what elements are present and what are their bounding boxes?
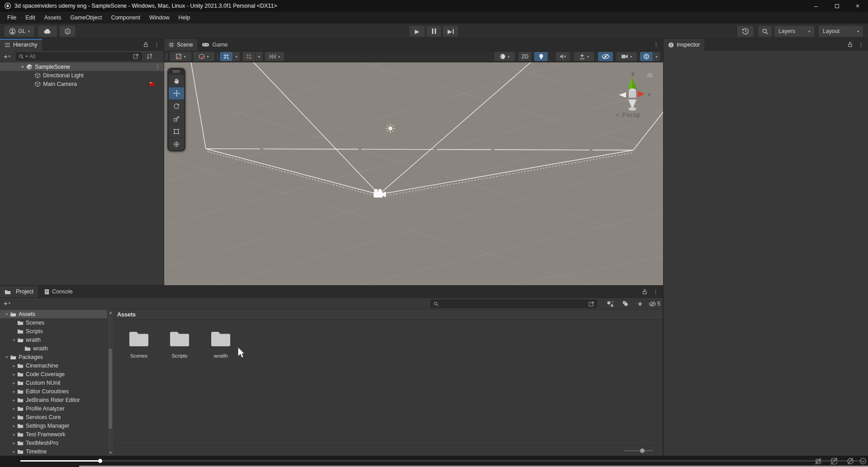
filter-by-label-button[interactable]: [620, 300, 631, 308]
tab-hierarchy[interactable]: Hierarchy: [0, 39, 42, 51]
measure-dropdown[interactable]: ▾: [265, 52, 284, 61]
toggle-2d-button[interactable]: 2D: [519, 52, 531, 61]
tab-game[interactable]: Game: [197, 39, 232, 51]
filter-by-type-button[interactable]: [604, 300, 616, 308]
tree-item-services-core[interactable]: ▸Services Core: [0, 413, 113, 421]
menu-edit[interactable]: Edit: [21, 13, 40, 22]
asset-folder-scenes[interactable]: Scenes: [118, 330, 160, 359]
cloud-services-button[interactable]: [38, 26, 57, 37]
transform-tool-button[interactable]: [169, 138, 184, 150]
tree-item-scenes[interactable]: Scenes: [0, 318, 113, 327]
tree-item-code-coverage[interactable]: ▸Code Coverage: [0, 370, 113, 378]
expand-caret-icon[interactable]: ▾: [4, 312, 10, 316]
audio-mute-toggle[interactable]: [556, 52, 570, 61]
play-button[interactable]: ▶: [409, 26, 425, 37]
tree-item-cinemachine[interactable]: ▸Cinemachine: [0, 361, 113, 370]
auto-refresh-disabled-icon[interactable]: [847, 458, 855, 465]
tree-item-timeline[interactable]: ▸Timeline: [0, 447, 113, 456]
tree-item-custom-nunit[interactable]: ▸Custom NUnit: [0, 378, 113, 387]
expand-caret-icon[interactable]: ▾: [4, 355, 10, 359]
lock-icon[interactable]: [143, 42, 148, 47]
close-button[interactable]: ×: [847, 0, 868, 12]
kebab-menu-icon[interactable]: ⋮: [858, 42, 864, 47]
tool-handle-rotation-dropdown[interactable]: ▾: [193, 52, 214, 61]
progress-track[interactable]: [100, 460, 862, 462]
scene-visibility-toggle[interactable]: [598, 52, 613, 61]
asset-grid[interactable]: ScenesScriptswraith: [113, 320, 663, 445]
sort-icon[interactable]: [146, 53, 153, 60]
tab-console[interactable]: Console: [40, 286, 77, 297]
menu-window[interactable]: Window: [145, 13, 174, 22]
create-asset-button[interactable]: + ▾: [4, 300, 10, 307]
tree-item-scripts[interactable]: Scripts: [0, 327, 113, 335]
create-object-button[interactable]: + ▾: [4, 53, 10, 60]
lock-icon[interactable]: [642, 289, 647, 295]
asset-folder-scripts[interactable]: Scripts: [159, 330, 200, 359]
layout-dropdown[interactable]: Layout ▾: [819, 26, 863, 37]
chevron-down-icon[interactable]: ▾: [653, 52, 660, 61]
expand-caret-icon[interactable]: ▸: [11, 398, 17, 402]
tree-item-settings-manager[interactable]: ▸Settings Manager: [0, 421, 113, 430]
rotate-tool-button[interactable]: [169, 100, 184, 112]
tree-item-jetbrains-rider-editor[interactable]: ▸JetBrains Rider Editor: [0, 396, 113, 404]
menu-gameobject[interactable]: GameObject: [66, 13, 106, 22]
progress-status-icon[interactable]: [859, 458, 868, 465]
menu-component[interactable]: Component: [106, 13, 145, 22]
layers-dropdown[interactable]: Layers ▾: [774, 26, 814, 37]
rect-tool-button[interactable]: [169, 125, 184, 137]
expand-caret-icon[interactable]: ▸: [11, 415, 17, 420]
tab-project[interactable]: Project: [0, 286, 38, 297]
expand-caret-icon[interactable]: ▸: [11, 441, 17, 445]
open-search-window-icon[interactable]: [133, 53, 139, 59]
palette-drag-handle[interactable]: [169, 70, 184, 74]
hand-tool-button[interactable]: [169, 75, 184, 87]
expand-caret-icon[interactable]: ▸: [11, 381, 17, 385]
kebab-menu-icon[interactable]: ⋮: [653, 289, 659, 295]
scale-tool-button[interactable]: [169, 113, 184, 125]
debugger-disabled-icon[interactable]: [814, 458, 822, 465]
tree-scrollbar[interactable]: ▲ ▼: [107, 310, 113, 456]
projection-mode-label[interactable]: < Persp: [616, 111, 641, 118]
hidden-packages-toggle[interactable]: 5: [647, 300, 662, 308]
effects-dropdown[interactable]: ▾: [574, 52, 594, 61]
minimize-button[interactable]: –: [806, 0, 826, 12]
pause-button[interactable]: [427, 26, 441, 37]
scrollbar-thumb[interactable]: [109, 349, 112, 429]
draw-mode-dropdown[interactable]: ▾: [494, 52, 515, 61]
expand-caret-icon[interactable]: ▸: [11, 406, 17, 411]
maximize-button[interactable]: [826, 0, 847, 12]
kebab-menu-icon[interactable]: ⋮: [154, 42, 160, 47]
tree-item-assets[interactable]: ▾Assets: [0, 310, 113, 318]
tree-item-wraith[interactable]: wraith: [0, 344, 113, 353]
project-search-input[interactable]: [441, 301, 587, 307]
hierarchy-item-samplescene[interactable]: ▾SampleScene⋮: [0, 62, 164, 71]
hierarchy-item-directional-light[interactable]: Directional Light: [0, 71, 164, 80]
tree-item-test-framework[interactable]: ▸Test Framework: [0, 430, 113, 439]
snap-increment-dropdown[interactable]: ▾: [242, 52, 262, 61]
expand-caret-icon[interactable]: ▸: [11, 449, 17, 454]
hierarchy-search[interactable]: ▾: [16, 52, 142, 61]
favorites-button[interactable]: ★: [634, 300, 646, 308]
menu-file[interactable]: File: [3, 13, 21, 22]
chevron-down-icon[interactable]: ▾: [256, 52, 262, 61]
progress-thumb[interactable]: [98, 459, 102, 463]
step-button[interactable]: ▶: [443, 26, 458, 37]
account-dropdown[interactable]: GL ▾: [5, 26, 34, 37]
kebab-menu-icon[interactable]: ⋮: [653, 42, 659, 47]
undo-history-button[interactable]: [737, 26, 754, 37]
tree-item-profile-analyzer[interactable]: ▸Profile Analyzer: [0, 404, 113, 413]
hierarchy-item-main-camera[interactable]: Main Camera: [0, 80, 164, 88]
expand-caret-icon[interactable]: ▾: [19, 64, 26, 69]
grid-snapping-dropdown[interactable]: ▾: [220, 52, 240, 61]
move-tool-button[interactable]: [169, 87, 184, 99]
chevron-down-icon[interactable]: ▾: [233, 52, 240, 61]
expand-caret-icon[interactable]: ▸: [11, 372, 17, 377]
drag-handle[interactable]: [166, 53, 166, 60]
scene-lighting-toggle[interactable]: [534, 52, 548, 61]
expand-caret-icon[interactable]: ▸: [11, 432, 17, 437]
menu-assets[interactable]: Assets: [40, 13, 66, 22]
asset-folder-wraith[interactable]: wraith: [200, 330, 242, 359]
expand-caret-icon[interactable]: ▸: [11, 389, 17, 394]
menu-help[interactable]: Help: [174, 13, 194, 22]
tab-scene[interactable]: Scene: [164, 39, 197, 51]
